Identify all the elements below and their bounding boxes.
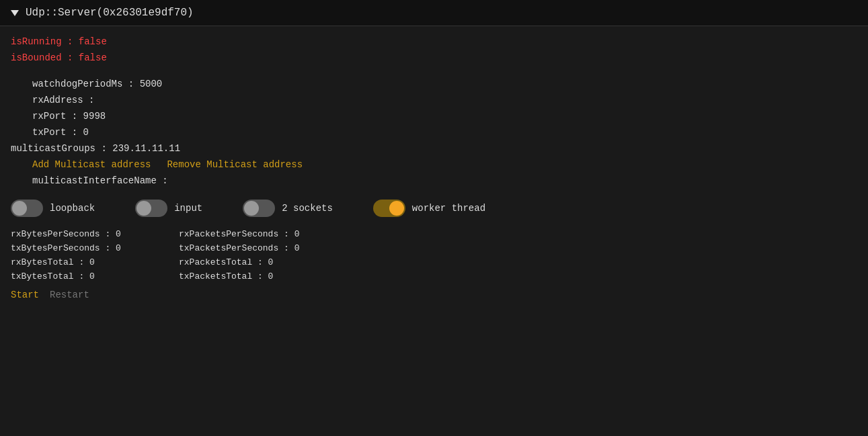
watchdog-period-row: watchdogPeriodMs : 5000 <box>11 76 857 92</box>
rx-port-row: rxPort : 9998 <box>11 108 857 124</box>
content: isRunning : false isBounded : false watc… <box>0 26 868 308</box>
rx-address-row: rxAddress : <box>11 92 857 108</box>
watchdog-period-label: watchdogPeriodMs : 5000 <box>32 79 162 89</box>
rx-bytes-per-seconds-stat: rxBytesPerSeconds : 0 <box>11 228 179 241</box>
sockets-toggle-knob <box>244 201 259 216</box>
toggles-row: loopback input 2 sockets worker thread <box>11 200 857 217</box>
status-section: isRunning : false isBounded : false <box>11 34 857 67</box>
loopback-toggle-label: loopback <box>50 203 95 214</box>
input-toggle-label: input <box>174 203 202 214</box>
header-title: Udp::Server(0x26301e9df70) <box>26 7 194 19</box>
stats-section: rxBytesPerSeconds : 0 rxPacketsPerSecond… <box>11 228 857 283</box>
properties-section: watchdogPeriodMs : 5000 rxAddress : rxPo… <box>11 76 857 189</box>
multicast-interface-row: multicastInterfaceName : <box>11 173 857 189</box>
tx-bytes-per-seconds-stat: txBytesPerSeconds : 0 <box>11 242 179 255</box>
worker-thread-toggle-label: worker thread <box>412 203 485 214</box>
input-toggle-group: input <box>135 200 202 217</box>
input-toggle-knob <box>136 201 151 216</box>
multicast-groups-label: multicastGroups : 239.11.11.11 <box>11 143 180 154</box>
header: Udp::Server(0x26301e9df70) <box>0 0 868 26</box>
loopback-toggle-knob <box>12 201 27 216</box>
sockets-toggle[interactable] <box>243 200 275 217</box>
add-multicast-button[interactable]: Add Multicast address <box>32 159 151 170</box>
rx-bytes-total-stat: rxBytesTotal : 0 <box>11 256 179 269</box>
buttons-row: Start Restart <box>11 290 857 300</box>
is-bounded-status: isBounded : false <box>11 50 857 67</box>
sockets-toggle-group: 2 sockets <box>243 200 333 217</box>
multicast-actions: Add Multicast address Remove Multicast a… <box>11 157 857 173</box>
multicast-groups-row: multicastGroups : 239.11.11.11 <box>11 140 857 157</box>
tx-bytes-total-stat: txBytesTotal : 0 <box>11 270 179 283</box>
tx-port-row: txPort : 0 <box>11 124 857 140</box>
worker-thread-toggle[interactable] <box>373 200 405 217</box>
rx-packets-total-stat: rxPacketsTotal : 0 <box>179 256 367 269</box>
tx-port-label: txPort : 0 <box>32 127 89 138</box>
tx-packets-per-seconds-stat: txPacketsPerSeconds : 0 <box>179 242 367 255</box>
worker-thread-toggle-knob <box>389 201 404 216</box>
remove-multicast-button[interactable]: Remove Multicast address <box>167 159 303 170</box>
is-running-status: isRunning : false <box>11 34 857 50</box>
loopback-toggle-group: loopback <box>11 200 95 217</box>
loopback-toggle[interactable] <box>11 200 43 217</box>
worker-thread-toggle-group: worker thread <box>373 200 485 217</box>
chevron-down-icon[interactable] <box>11 10 19 16</box>
rx-port-label: rxPort : 9998 <box>32 111 106 122</box>
restart-button[interactable]: Restart <box>50 290 89 300</box>
input-toggle[interactable] <box>135 200 167 217</box>
sockets-toggle-label: 2 sockets <box>282 203 333 214</box>
tx-packets-total-stat: txPacketsTotal : 0 <box>179 270 367 283</box>
multicast-interface-label: multicastInterfaceName : <box>32 175 168 186</box>
rx-address-label: rxAddress : <box>32 95 94 105</box>
rx-packets-per-seconds-stat: rxPacketsPerSeconds : 0 <box>179 228 367 241</box>
start-button[interactable]: Start <box>11 290 39 300</box>
